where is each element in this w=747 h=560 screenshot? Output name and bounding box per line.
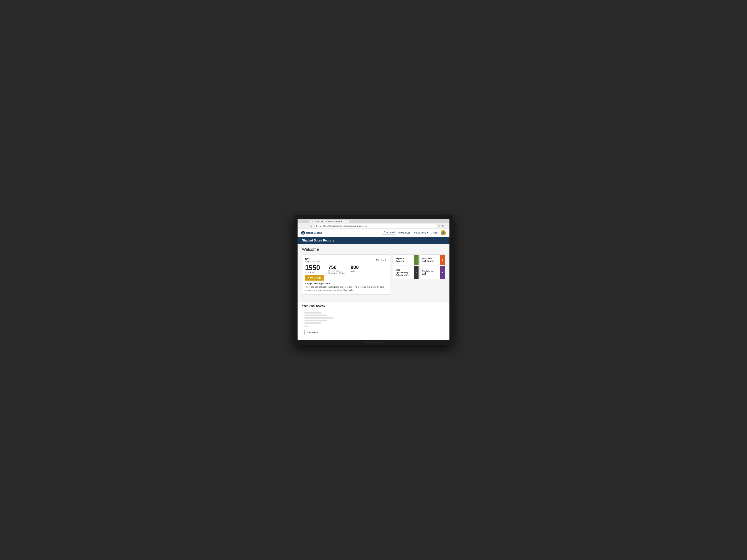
explore-careers-arrow: › bbox=[414, 255, 418, 265]
browser-tab[interactable]: 🛡 Dashboard | Student Score Re... ✕ bbox=[309, 219, 349, 223]
nav-item-ap-potential[interactable]: AP Potential bbox=[397, 232, 410, 234]
send-sat-scores-arrow: › bbox=[440, 255, 445, 265]
register-for-sat-label: Register for SAT bbox=[422, 270, 443, 275]
tab-bar: 🛡 Dashboard | Student Score Re... ✕ bbox=[298, 219, 449, 223]
total-score-block: 1550 Total Score View Details bbox=[305, 264, 324, 281]
page-content: CB CollegeBoard ⌂ Dashboard AP Potential… bbox=[298, 229, 449, 340]
blur-line-3 bbox=[304, 317, 333, 319]
math-score-label: Math bbox=[351, 270, 359, 272]
send-sat-scores-card[interactable]: Send Your SAT Scores › bbox=[419, 255, 445, 265]
cb-header: CB CollegeBoard ⌂ Dashboard AP Potential… bbox=[298, 229, 449, 237]
collegeboard-logo: CB CollegeBoard bbox=[301, 231, 322, 235]
nav-dashboard-label: Dashboard bbox=[384, 231, 395, 234]
cb-logo-icon: CB bbox=[301, 231, 305, 235]
nav-ap-potential-label: AP Potential bbox=[397, 232, 410, 234]
sat-date: August 24, 2019 bbox=[305, 260, 320, 263]
other-view-details-button[interactable]: View Details bbox=[304, 330, 321, 335]
scores-row: 1550 Total Score View Details 750 Eviden… bbox=[305, 264, 387, 281]
nav-item-help[interactable]: ? Help bbox=[431, 232, 438, 234]
menu-icon[interactable]: ⋮ bbox=[445, 224, 448, 228]
tab-title: Dashboard | Student Score Re... bbox=[314, 220, 343, 222]
earn-scholarships-card[interactable]: Earn Opportunity Scholarships › bbox=[393, 266, 419, 279]
sat-label: SAT bbox=[305, 258, 320, 260]
sub-score-erw: 750 Evidence-Based Reading and Writing bbox=[329, 264, 347, 274]
nav-item-popular-tools[interactable]: Popular Tools ▾ bbox=[413, 232, 428, 234]
blur-line-5 bbox=[304, 322, 321, 324]
score-report-header: Student Score Reports bbox=[298, 237, 449, 244]
back-button[interactable]: ← bbox=[299, 224, 303, 228]
college-tips-text: There are a lot of great possibilities t… bbox=[305, 285, 387, 292]
quick-links: Explore Careers › Send Your SAT Scores ›… bbox=[393, 255, 445, 295]
forward-button[interactable]: → bbox=[304, 224, 308, 228]
earn-scholarships-arrow: › bbox=[414, 266, 418, 279]
trackpad bbox=[364, 342, 383, 343]
nav-help-label: Help bbox=[433, 232, 438, 234]
home-icon: ⌂ bbox=[382, 231, 383, 234]
explore-careers-label: Explore Careers bbox=[395, 257, 416, 262]
other-scores-section: Your Other Scores Writing View Details bbox=[298, 301, 449, 340]
sat-grade: 11th Grade bbox=[376, 259, 387, 262]
view-details-button[interactable]: View Details bbox=[305, 275, 324, 281]
college-tips: College: How to get there There are a lo… bbox=[305, 283, 387, 292]
user-avatar[interactable]: 👤 bbox=[441, 230, 446, 235]
nav-popular-tools-label: Popular Tools bbox=[413, 232, 426, 234]
nav-item-dashboard[interactable]: ⌂ Dashboard bbox=[382, 231, 395, 235]
address-actions: ☆ M ⋮ bbox=[439, 224, 448, 228]
address-bar[interactable]: Secure https://studentscores.collegeboar… bbox=[314, 224, 437, 228]
earn-scholarships-label: Earn Opportunity Scholarships bbox=[395, 269, 416, 276]
math-score-number: 800 bbox=[351, 264, 359, 270]
cb-logo-area: CB CollegeBoard bbox=[301, 231, 322, 235]
blur-line-4 bbox=[304, 320, 327, 321]
erw-score-label: Evidence-Based Reading and Writing bbox=[329, 270, 347, 274]
blur-line-1 bbox=[304, 312, 321, 314]
blur-line-2 bbox=[304, 315, 327, 316]
sat-info: SAT August 24, 2019 11th Grade bbox=[305, 258, 387, 263]
laptop-shell: 🛡 Dashboard | Student Score Re... ✕ ← → … bbox=[294, 215, 453, 345]
secure-badge: Secure bbox=[316, 225, 323, 227]
other-scores-title: Your Other Scores bbox=[302, 304, 445, 308]
writing-label: Writing bbox=[304, 325, 333, 327]
register-for-sat-arrow: › bbox=[440, 266, 445, 279]
sub-score-math: 800 Math bbox=[351, 264, 359, 274]
other-score-card: Writing View Details bbox=[302, 310, 335, 337]
tab-favicon: 🛡 bbox=[311, 220, 313, 222]
other-score-blurred-content bbox=[304, 312, 333, 324]
score-section: SAT August 24, 2019 11th Grade 1550 Tota… bbox=[302, 255, 445, 295]
quick-link-row-2: Earn Opportunity Scholarships › Register… bbox=[393, 266, 445, 279]
cb-logo-text: CollegeBoard bbox=[306, 232, 322, 234]
score-report-title: Student Score Reports bbox=[302, 239, 334, 242]
score-card: SAT August 24, 2019 11th Grade 1550 Tota… bbox=[302, 255, 390, 295]
extension-icon[interactable]: M bbox=[442, 224, 444, 228]
register-for-sat-card[interactable]: Register for SAT › bbox=[419, 266, 445, 279]
tab-close-button[interactable]: ✕ bbox=[345, 220, 347, 222]
welcome-heading: Welcome bbox=[302, 247, 445, 252]
college-tips-title: College: How to get there bbox=[305, 283, 387, 285]
cb-nav: ⌂ Dashboard AP Potential Popular Tools ▾… bbox=[382, 230, 446, 235]
url-text: https://studentscores.collegeboard.org/v… bbox=[323, 225, 367, 227]
question-icon: ? bbox=[431, 232, 432, 234]
refresh-button[interactable]: ↻ bbox=[309, 224, 313, 228]
main-content: Welcome SAT August 24, 2019 11th Grade bbox=[298, 244, 449, 301]
erw-score-number: 750 bbox=[329, 264, 347, 270]
explore-careers-card[interactable]: Explore Careers › bbox=[393, 255, 419, 265]
total-score-label: Total Score bbox=[305, 271, 324, 273]
send-sat-scores-label: Send Your SAT Scores bbox=[422, 257, 443, 262]
chevron-down-icon: ▾ bbox=[427, 232, 428, 234]
total-score-number: 1550 bbox=[305, 264, 324, 271]
sub-scores: 750 Evidence-Based Reading and Writing 8… bbox=[329, 264, 359, 274]
quick-link-row-1: Explore Careers › Send Your SAT Scores › bbox=[393, 255, 445, 265]
college-tips-link[interactable]: plan bbox=[350, 289, 354, 291]
browser-window: 🛡 Dashboard | Student Score Re... ✕ ← → … bbox=[298, 219, 449, 340]
laptop-base bbox=[298, 341, 449, 344]
address-bar-row: ← → ↻ Secure https://studentscores.colle… bbox=[298, 223, 449, 229]
bookmark-icon[interactable]: ☆ bbox=[439, 224, 441, 228]
